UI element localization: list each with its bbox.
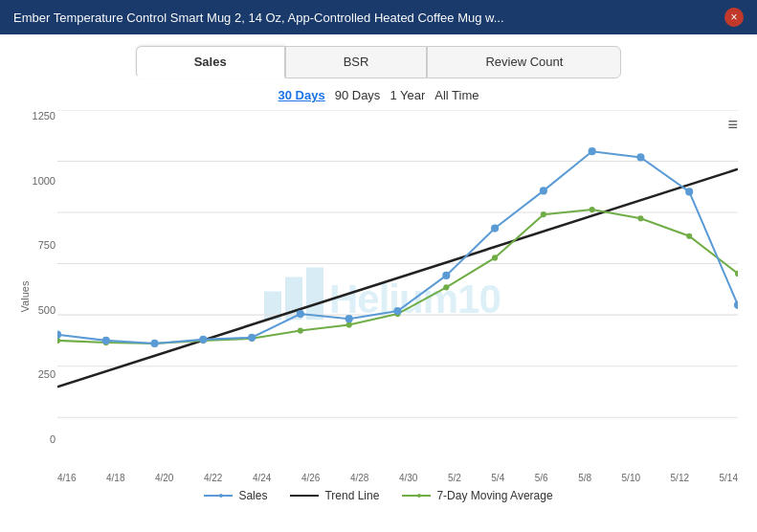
x-axis-ticks: 4/16 4/18 4/20 4/22 4/24 4/26 4/28 4/30 …	[57, 473, 738, 483]
title-bar: Ember Temperature Control Smart Mug 2, 1…	[0, 0, 757, 34]
filter-30-days[interactable]: 30 Days	[278, 88, 325, 102]
svg-point-23	[590, 207, 595, 212]
legend-sales-label: Sales	[238, 489, 267, 502]
svg-point-27	[57, 331, 61, 339]
tab-sales[interactable]: Sales	[136, 46, 285, 78]
legend-trend-label: Trend Line	[324, 489, 379, 502]
svg-point-34	[393, 307, 401, 315]
filter-90-days[interactable]: 90 Days	[335, 88, 381, 102]
svg-point-40	[685, 188, 693, 195]
svg-point-39	[636, 153, 644, 161]
svg-point-31	[248, 334, 256, 342]
chart-area: ≡ Values Helium10	[10, 110, 747, 483]
svg-point-37	[540, 187, 547, 194]
svg-point-29	[151, 340, 159, 347]
svg-point-35	[442, 272, 450, 279]
svg-point-17	[298, 328, 303, 334]
chart-legend: Sales Trend Line 7-Day Moving Average	[0, 483, 757, 506]
svg-point-33	[345, 315, 353, 322]
legend-trend: Trend Line	[290, 489, 379, 502]
svg-point-25	[686, 233, 692, 239]
svg-point-24	[637, 215, 643, 221]
svg-point-41	[734, 301, 738, 309]
svg-point-38	[589, 147, 596, 155]
filter-1-year[interactable]: 1 Year	[390, 88, 425, 102]
tab-review-count[interactable]: Review Count	[427, 46, 621, 78]
svg-point-22	[541, 211, 546, 217]
tab-bsr[interactable]: BSR	[285, 46, 428, 78]
svg-point-28	[102, 337, 110, 344]
legend-sales: Sales	[204, 489, 267, 502]
close-button[interactable]: ×	[724, 8, 744, 27]
svg-point-36	[491, 224, 499, 232]
legend-moving-avg: 7-Day Moving Average	[402, 489, 552, 502]
legend-moving-avg-label: 7-Day Moving Average	[436, 489, 552, 502]
y-axis-ticks: 1250 1000 750 500 250 0	[19, 110, 56, 445]
legend-moving-avg-line	[402, 495, 431, 497]
tabs-container: Sales BSR Review Count	[0, 34, 757, 84]
main-chart	[57, 110, 738, 445]
svg-point-32	[297, 310, 304, 318]
svg-point-30	[199, 336, 207, 344]
time-filters: 30 Days 90 Days 1 Year All Time	[0, 84, 757, 110]
svg-line-11	[57, 169, 738, 388]
legend-sales-line	[204, 495, 233, 497]
svg-point-20	[443, 284, 449, 290]
filter-all-time[interactable]: All Time	[434, 88, 479, 102]
svg-point-21	[492, 255, 498, 260]
legend-trend-line	[290, 495, 319, 497]
window-title: Ember Temperature Control Smart Mug 2, 1…	[13, 11, 504, 25]
